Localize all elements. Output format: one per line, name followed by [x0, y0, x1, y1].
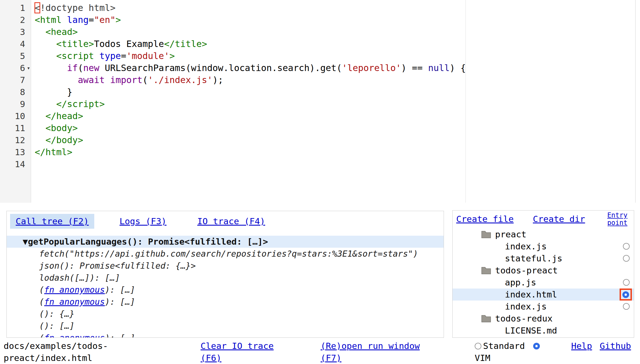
folder-icon: [481, 231, 491, 238]
file-row-stateful-js[interactable]: stateful.js: [453, 252, 634, 264]
code-line-2[interactable]: <html lang="en">: [35, 14, 465, 26]
entry-point-column-header: Entry point: [603, 212, 632, 227]
line-number-5: 5: [0, 50, 31, 62]
dir-name: todos-preact: [495, 264, 558, 276]
expand-arrow-icon[interactable]: ▼: [23, 237, 28, 247]
file-name: stateful.js: [505, 252, 562, 264]
code-line-8[interactable]: }: [35, 86, 465, 98]
line-number-6: 6▾: [0, 62, 31, 74]
dir-name: todos-redux: [495, 313, 552, 325]
file-row-index-html[interactable]: index.html: [453, 289, 634, 301]
code-line-5[interactable]: <script type='module'>: [35, 50, 465, 62]
line-number-4: 4: [0, 38, 31, 50]
keymap-standard-radio[interactable]: [475, 343, 481, 349]
code-editor[interactable]: 123456▾7891011121314 <!doctype html><htm…: [0, 0, 636, 203]
file-row-index-js[interactable]: index.js: [453, 240, 634, 252]
code-line-1[interactable]: <!doctype html>: [35, 2, 465, 14]
status-bar: docs/examples/todos-preact/index.html Cl…: [0, 340, 640, 364]
code-lines[interactable]: <!doctype html><html lang="en"> <head> <…: [31, 0, 465, 203]
entry-point-radio[interactable]: [622, 291, 629, 298]
file-name: index.js: [505, 240, 547, 252]
line-number-2: 2: [0, 14, 31, 26]
keymap-line-1: Standard: [475, 340, 540, 352]
reopen-run-window-button[interactable]: (Re)open run window (F7): [321, 340, 430, 364]
call-tree-row-9[interactable]: (fn anonymous): […]: [7, 332, 444, 338]
editor-pane-divider: [465, 0, 466, 203]
keymap-vim-label: VIM: [475, 352, 540, 364]
files-panel: Create file Create dir Entry point preac…: [452, 210, 634, 338]
entry-point-radio[interactable]: [623, 255, 630, 262]
entry-point-radio[interactable]: [623, 279, 630, 286]
call-tree-row-2[interactable]: fetch("https://api.github.com/search/rep…: [7, 248, 444, 260]
line-number-11: 11: [0, 122, 31, 134]
files-panel-header: Create file Create dir Entry point: [453, 211, 634, 226]
line-number-14: 14: [0, 158, 31, 170]
panel-tabs: Call tree (F2)Logs (F3)IO trace (F4): [10, 214, 444, 229]
call-tree: ▼getPopularLanguages(): Promise<fulfille…: [7, 236, 444, 338]
line-number-10: 10: [0, 110, 31, 122]
github-link[interactable]: Github: [600, 340, 631, 352]
folder-icon: [481, 315, 491, 322]
file-name: index.html: [505, 289, 557, 301]
line-number-7: 7: [0, 74, 31, 86]
file-name: index.js: [505, 301, 547, 313]
entry-point-highlight-box: [620, 289, 632, 301]
line-number-12: 12: [0, 134, 31, 146]
file-row-index-js[interactable]: index.js: [453, 301, 634, 313]
keymap-vim-radio[interactable]: [533, 343, 540, 349]
code-line-14[interactable]: [35, 158, 465, 170]
call-tree-row-7[interactable]: (): {…}: [7, 308, 444, 320]
code-line-11[interactable]: <body>: [35, 122, 465, 134]
tab-io-trace-f4[interactable]: IO trace (F4): [192, 214, 271, 229]
line-number-gutter: 123456▾7891011121314: [0, 0, 31, 203]
fold-marker-icon[interactable]: ▾: [27, 62, 30, 74]
code-line-3[interactable]: <head>: [35, 26, 465, 38]
current-file-path: docs/examples/todos-preact/index.html: [4, 340, 112, 364]
keymap-selector: Standard VIM: [475, 340, 540, 364]
code-line-10[interactable]: </head>: [35, 110, 465, 122]
code-line-6[interactable]: if(new URLSearchParams(window.location.s…: [35, 62, 465, 74]
entry-point-radio[interactable]: [623, 243, 630, 250]
call-tree-row-6[interactable]: (fn anonymous): […]: [7, 296, 444, 308]
tab-call-tree-f2[interactable]: Call tree (F2): [10, 214, 94, 229]
dir-name: preact: [495, 228, 526, 240]
create-file-button[interactable]: Create file: [456, 214, 514, 224]
dir-row-todos-preact[interactable]: todos-preact: [453, 264, 634, 276]
keymap-standard-label: Standard: [483, 340, 525, 352]
file-row-app-js[interactable]: app.js: [453, 276, 634, 289]
call-tree-row-1[interactable]: ▼getPopularLanguages(): Promise<fulfille…: [7, 236, 444, 248]
line-number-1: 1: [0, 2, 31, 14]
line-number-13: 13: [0, 146, 31, 158]
code-line-13[interactable]: </html>: [35, 146, 465, 158]
create-dir-button[interactable]: Create dir: [533, 214, 585, 224]
entry-point-radio[interactable]: [623, 303, 630, 310]
call-tree-row-8[interactable]: (): […]: [7, 320, 444, 332]
fn-anonymous-link[interactable]: fn anonymous: [44, 333, 105, 338]
file-name: app.js: [505, 276, 536, 289]
code-line-12[interactable]: </body>: [35, 134, 465, 146]
dir-row-todos-redux[interactable]: todos-redux: [453, 313, 634, 325]
code-line-7[interactable]: await import('./index.js');: [35, 74, 465, 86]
file-row-license-md[interactable]: LICENSE.md: [453, 325, 634, 337]
help-link[interactable]: Help: [571, 340, 592, 352]
file-tree: preactindex.jsstateful.jstodos-preactapp…: [453, 228, 634, 337]
fn-anonymous-link[interactable]: fn anonymous: [44, 297, 105, 307]
call-tree-row-3[interactable]: json(): Promise<fulfilled: {…}>: [7, 260, 444, 272]
line-number-9: 9: [0, 98, 31, 110]
file-name: LICENSE.md: [505, 325, 557, 337]
tab-logs-f3[interactable]: Logs (F3): [114, 214, 172, 229]
clear-io-trace-button[interactable]: Clear IO trace (F6): [201, 340, 284, 364]
code-line-4[interactable]: <title>Todos Example</title>: [35, 38, 465, 50]
line-number-8: 8: [0, 86, 31, 98]
dir-row-preact[interactable]: preact: [453, 228, 634, 240]
code-line-9[interactable]: </script>: [35, 98, 465, 110]
call-tree-row-5[interactable]: (fn anonymous): […]: [7, 284, 444, 296]
line-number-3: 3: [0, 26, 31, 38]
call-tree-panel: Call tree (F2)Logs (F3)IO trace (F4) ▼ge…: [6, 211, 444, 338]
call-tree-row-4[interactable]: lodash([…]): […]: [7, 272, 444, 284]
fn-anonymous-link[interactable]: fn anonymous: [44, 285, 105, 295]
vim-block-cursor: <: [35, 3, 40, 13]
folder-icon: [481, 267, 491, 274]
